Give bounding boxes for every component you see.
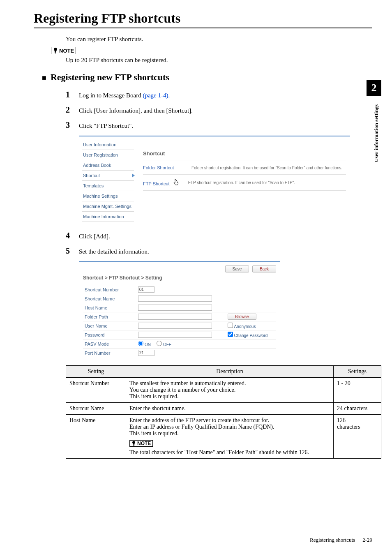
step-number-1: 1 (66, 90, 73, 99)
radio-pasv-off[interactable] (157, 341, 162, 346)
step-2-text: Click [User Information], and then [Shor… (79, 107, 193, 114)
desc-ftp-shortcut: FTP shortcut registration. It can be use… (188, 180, 295, 185)
screenshot-shortcut-list: User Information User Registration Addre… (79, 136, 350, 225)
page-title: Registering FTP shortcuts (34, 11, 372, 26)
page-footer: Registering shortcuts 2-29 (310, 537, 372, 543)
checkbox-anonymous[interactable] (228, 323, 233, 328)
label-folder-path: Folder Path (83, 312, 136, 321)
footer-title: Registering shortcuts (310, 537, 355, 543)
cell-range: 1 - 20 (334, 378, 381, 403)
step-1-text-b: . (168, 92, 170, 99)
chapter-side-label: User information settings (373, 104, 380, 162)
cell-setting: Host Name (66, 415, 126, 459)
sidebar-item-machine-mgmt[interactable]: Machine Mgmt. Settings (82, 201, 134, 212)
step-1-text-a: Log in to Message Board (79, 92, 143, 99)
label-shortcut-name: Shortcut Name (83, 294, 136, 303)
back-button[interactable]: Back (252, 265, 276, 272)
label-user-name: User Name (83, 321, 136, 330)
sidebar-item-user-registration[interactable]: User Registration (82, 150, 134, 160)
breadcrumb: Shortcut > FTP Shortcut > Setting (83, 275, 276, 281)
sidebar-item-templates[interactable]: Templates (82, 181, 134, 191)
browse-button[interactable]: Browse (228, 314, 256, 320)
sidebar-item-machine-settings[interactable]: Machine Settings (82, 191, 134, 201)
page-link[interactable]: (page 1-4) (143, 92, 168, 99)
input-password[interactable] (138, 332, 212, 338)
note-body: Up to 20 FTP shortcuts can be registered… (66, 57, 372, 64)
step-5-text: Set the detailed information. (79, 248, 149, 255)
input-shortcut-name[interactable] (138, 295, 212, 302)
lightbulb-icon (53, 47, 58, 54)
sidebar-item-user-information[interactable]: User Information (82, 140, 134, 150)
label-anonymous: Anonymous (234, 324, 256, 329)
label-port-number: Port Number (83, 349, 136, 358)
screenshot-ftp-form: Save Back Shortcut > FTP Shortcut > Sett… (79, 261, 280, 360)
label-pasv-on: ON (145, 342, 151, 347)
step-number-3: 3 (66, 120, 73, 130)
intro-text: You can register FTP shortcuts. (66, 36, 372, 43)
sidebar-item-shortcut[interactable]: Shortcut (82, 171, 134, 181)
admin-sidebar: User Information User Registration Addre… (79, 136, 137, 225)
sidebar-item-machine-information[interactable]: Machine Information (82, 212, 134, 222)
input-host-name[interactable] (138, 305, 212, 311)
input-shortcut-number[interactable] (138, 286, 154, 293)
table-row: Host Name Enter the address of the FTP s… (66, 415, 381, 459)
step-number-2: 2 (66, 105, 73, 115)
cursor-pointer-icon (173, 179, 179, 186)
note-badge: NOTE (51, 47, 76, 54)
cell-range: 24 characters (334, 403, 381, 415)
cell-range: 126characters (334, 415, 381, 459)
settings-table: Setting Description Settings Shortcut Nu… (66, 365, 381, 459)
note-body: The total characters for "Host Name" and… (129, 449, 309, 455)
step-3-text: Click "FTP Shortcut". (79, 122, 133, 129)
cell-description: Enter the address of the FTP server to c… (126, 415, 334, 459)
save-button[interactable]: Save (225, 265, 249, 272)
input-user-name[interactable] (138, 323, 212, 329)
section-bullet-icon: ■ (42, 74, 46, 82)
row-ftp-shortcut: FTP Shortcut FTP shortcut registration. … (143, 176, 346, 189)
cell-setting: Shortcut Name (66, 403, 126, 415)
input-folder-path[interactable] (138, 314, 212, 320)
label-change-password: Change Password (234, 333, 268, 338)
note-label: NOTE (59, 48, 74, 54)
step-1-text: Log in to Message Board (page 1-4). (79, 92, 170, 99)
table-row: Shortcut Number The smallest free number… (66, 378, 381, 403)
cell-description: Enter the shortcut name. (126, 403, 334, 415)
chapter-tab: 2 (367, 80, 381, 96)
checkbox-change-password[interactable] (228, 332, 233, 337)
cell-description: The smallest free number is automaticall… (126, 378, 334, 403)
panel-heading-shortcut: Shortcut (143, 150, 346, 157)
sidebar-item-address-book[interactable]: Address Book (82, 160, 134, 171)
th-setting: Setting (66, 366, 126, 378)
note-label: NOTE (137, 441, 151, 446)
footer-page: 2-29 (362, 537, 372, 543)
link-folder-shortcut[interactable]: Folder Shortcut (143, 165, 182, 170)
th-settings: Settings (334, 366, 381, 378)
note-badge: NOTE (129, 440, 153, 447)
step-number-4: 4 (66, 231, 73, 240)
th-description: Description (126, 366, 334, 378)
label-pasv-mode: PASV Mode (83, 339, 136, 349)
cell-setting: Shortcut Number (66, 378, 126, 403)
section-heading: Registering new FTP shortcuts (51, 72, 169, 83)
row-folder-shortcut: Folder Shortcut Folder shortcut registra… (143, 163, 346, 173)
label-pasv-off: OFF (163, 342, 171, 347)
lightbulb-icon (131, 441, 136, 446)
step-number-5: 5 (66, 246, 73, 256)
link-ftp-shortcut[interactable]: FTP Shortcut (143, 181, 170, 186)
title-underline (34, 28, 372, 28)
label-host-name: Host Name (83, 303, 136, 312)
table-row: Shortcut Name Enter the shortcut name. 2… (66, 403, 381, 415)
label-password: Password (83, 330, 136, 339)
label-shortcut-number: Shortcut Number (83, 285, 136, 294)
desc-folder-shortcut: Folder shortcut registration. It can be … (191, 166, 342, 170)
step-4-text: Click [Add]. (79, 233, 110, 240)
input-port-number[interactable] (138, 350, 154, 356)
radio-pasv-on[interactable] (138, 341, 143, 346)
